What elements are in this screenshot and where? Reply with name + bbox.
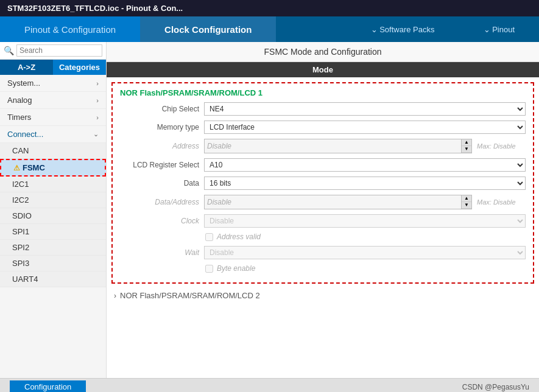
row-chip-select: Chip Select NE4 (120, 102, 526, 116)
select-data[interactable]: 16 bits (204, 177, 526, 190)
chevron-right-icon: › (114, 292, 116, 300)
spin-btns-address: ▲ ▼ (461, 139, 471, 153)
search-input[interactable] (16, 44, 102, 57)
row-wait: Wait Disable (120, 246, 526, 259)
select-memory-type[interactable]: LCD Interface (204, 121, 526, 134)
credit-text: CSDN @PegasusYu (462, 383, 529, 391)
spin-up-data-address[interactable]: ▲ (462, 195, 471, 202)
spin-data-address: ▲ ▼ (204, 195, 472, 209)
sidebar-sub-item-spi3[interactable]: SPI3 (0, 256, 106, 271)
sidebar-sub-item-can[interactable]: CAN (0, 143, 106, 159)
label-address-valid: Address valid (217, 233, 261, 241)
section-1-title: NOR Flash/PSRAM/SRAM/ROM/LCD 1 (120, 88, 526, 97)
tab-pinout[interactable]: Pinout & Configuration (0, 16, 140, 42)
bottom-tab-configuration[interactable]: Configuration (10, 380, 86, 392)
label-byte-enable: Byte enable (217, 264, 255, 273)
chevron-down-icon: ⌄ (93, 130, 99, 138)
tab-right-group: ⌄ Software Packs ⌄ Pinout (347, 16, 539, 42)
row-data: Data 16 bits (120, 177, 526, 190)
select-wait[interactable]: Disable (204, 246, 526, 259)
select-chip-select[interactable]: NE4 (204, 102, 526, 116)
search-icon: 🔍 (4, 46, 14, 55)
content-header: FSMC Mode and Configuration (107, 42, 539, 62)
checkbox-address-valid[interactable] (205, 233, 213, 241)
mode-header: Mode (107, 62, 539, 77)
sidebar-sub-item-spi2[interactable]: SPI2 (0, 240, 106, 256)
bottom-bar: Configuration CSDN @PegasusYu (0, 378, 539, 392)
sidebar-sub-item-sdio[interactable]: SDIO (0, 208, 106, 224)
section-2-title: NOR Flash/PSRAM/SRAM/ROM/LCD 2 (120, 291, 260, 300)
label-wait: Wait (120, 248, 199, 257)
sidebar-sub-item-i2c2[interactable]: I2C2 (0, 192, 106, 208)
btn-az[interactable]: A->Z (0, 60, 53, 75)
tab-clock[interactable]: Clock Configuration (140, 16, 276, 42)
search-bar: 🔍 (0, 42, 106, 60)
sidebar-item-timers[interactable]: Timers › (0, 109, 106, 126)
main-layout: 🔍 A->Z Categories System... › Analog › T… (0, 42, 539, 378)
checkbox-byte-enable[interactable] (205, 265, 213, 273)
sidebar-sub-items: CAN ⚠ FSMC I2C1 I2C2 SDIO SPI1 (0, 143, 106, 287)
input-data-address (205, 197, 461, 208)
spin-down-address[interactable]: ▼ (462, 146, 471, 153)
chevron-right-icon: › (96, 97, 99, 104)
chevron-right-icon: › (96, 114, 99, 121)
spin-up-address[interactable]: ▲ (462, 139, 471, 146)
label-address: Address (120, 142, 199, 150)
max-label-address: Max: Disable (477, 142, 526, 150)
tab-pinout-right[interactable]: ⌄ Pinout (459, 16, 539, 42)
chevron-right-icon: › (96, 80, 99, 87)
row-address-valid: Address valid (205, 233, 526, 241)
select-lcd-register[interactable]: A10 (204, 158, 526, 172)
sidebar-item-analog[interactable]: Analog › (0, 92, 106, 109)
warning-icon: ⚠ (13, 164, 20, 172)
row-byte-enable: Byte enable (205, 264, 526, 273)
label-data-address: Data/Address (120, 198, 199, 206)
sidebar-item-connect[interactable]: Connect... ⌄ (0, 126, 106, 143)
title-text: STM32F103ZET6_TFTLCD.ioc - Pinout & Con.… (7, 4, 183, 13)
label-clock: Clock (120, 217, 199, 225)
label-data: Data (120, 179, 199, 187)
row-clock: Clock Disable (120, 214, 526, 228)
sidebar-sub-item-uart4[interactable]: UART4 (0, 271, 106, 287)
max-label-data-address: Max: Disable (477, 198, 526, 206)
spin-btns-data-address: ▲ ▼ (461, 195, 471, 209)
sidebar-btn-group: A->Z Categories (0, 60, 106, 75)
select-clock[interactable]: Disable (204, 214, 526, 228)
sidebar-sub-item-fsmc[interactable]: ⚠ FSMC (0, 159, 106, 177)
row-data-address: Data/Address ▲ ▼ Max: Disable (120, 195, 526, 209)
title-bar: STM32F103ZET6_TFTLCD.ioc - Pinout & Con.… (0, 0, 539, 16)
content-area: FSMC Mode and Configuration Mode NOR Fla… (107, 42, 539, 378)
tab-bar: Pinout & Configuration Clock Configurati… (0, 16, 539, 42)
input-address (205, 141, 461, 152)
sidebar: 🔍 A->Z Categories System... › Analog › T… (0, 42, 107, 378)
tab-software-packs[interactable]: ⌄ Software Packs (347, 16, 459, 42)
mode-content: NOR Flash/PSRAM/SRAM/ROM/LCD 1 Chip Sele… (107, 77, 539, 378)
label-chip-select: Chip Select (120, 105, 199, 113)
label-lcd-register: LCD Register Select (120, 161, 199, 169)
sidebar-items: System... › Analog › Timers › Connect...… (0, 75, 106, 378)
label-memory-type: Memory type (120, 123, 199, 131)
row-memory-type: Memory type LCD Interface (120, 121, 526, 134)
btn-categories[interactable]: Categories (53, 60, 106, 75)
sidebar-sub-item-i2c1[interactable]: I2C1 (0, 177, 106, 192)
sidebar-sub-item-spi1[interactable]: SPI1 (0, 224, 106, 240)
spin-down-data-address[interactable]: ▼ (462, 202, 471, 209)
sidebar-item-system[interactable]: System... › (0, 75, 106, 92)
spin-address: ▲ ▼ (204, 139, 472, 153)
config-section-1: NOR Flash/PSRAM/SRAM/ROM/LCD 1 Chip Sele… (111, 82, 534, 284)
row-lcd-register: LCD Register Select A10 (120, 158, 526, 172)
collapsed-section-2[interactable]: › NOR Flash/PSRAM/SRAM/ROM/LCD 2 (111, 289, 534, 303)
row-address: Address ▲ ▼ Max: Disable (120, 139, 526, 153)
